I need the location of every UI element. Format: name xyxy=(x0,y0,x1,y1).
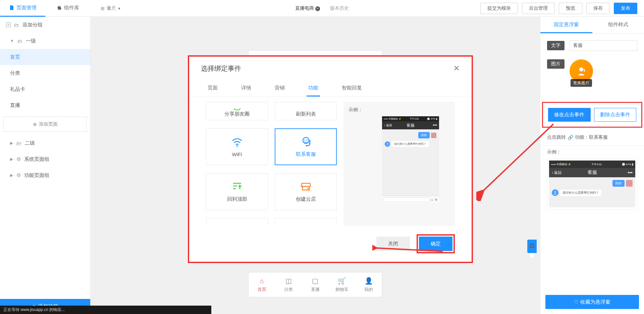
modal-tab-marketing[interactable]: 营销 xyxy=(273,80,286,97)
preview-button[interactable]: 预览 xyxy=(559,3,582,14)
headset-icon: 🎧 xyxy=(530,243,535,248)
confirm-highlight: 确定 xyxy=(417,234,455,253)
svg-point-0 xyxy=(579,67,583,71)
svg-point-1 xyxy=(554,191,556,193)
smile-icon xyxy=(234,108,240,110)
emoji-icon: ☺ xyxy=(430,198,434,201)
option-wifi[interactable]: WiFi xyxy=(206,128,268,165)
bind-event-modal: 选择绑定事件 ✕ 页面 详情 营销 功能 智能回复 分享朋友圈 刷新列表 WiF… xyxy=(188,55,473,263)
page-live[interactable]: 直播 xyxy=(0,97,90,113)
modal-tab-detail[interactable]: 详情 xyxy=(239,80,253,97)
tabbar-category[interactable]: ◫分类 xyxy=(275,272,302,297)
plus-icon: ⊕ xyxy=(435,198,437,201)
submit-module-button[interactable]: 提交为模块 xyxy=(480,3,518,14)
page-giftcard[interactable]: 礼品卡 xyxy=(0,81,90,97)
add-icon: ⊕ xyxy=(33,122,37,127)
tab-label: 组件库 xyxy=(64,5,79,11)
folder-label: 功能页面组 xyxy=(24,172,49,179)
sidebar: + 🗁 添加分组 ▼ 🗁 一级 首页 分类 礼品卡 直播 ⊕ 添加页面 ▶ 🗁 … xyxy=(0,17,91,314)
option-more[interactable] xyxy=(206,218,268,225)
tab-fixed-float[interactable]: 固定悬浮窗 xyxy=(540,17,592,33)
add-group-label: 添加分组 xyxy=(22,22,43,28)
option-back-top[interactable]: 回到顶部 xyxy=(206,173,268,210)
gear-icon: ⚙ xyxy=(16,156,21,162)
gear-icon: ⚙ xyxy=(16,172,21,178)
modal-tab-page[interactable]: 页面 xyxy=(206,80,219,97)
jump-target: 点击跳转 🔗 功能：联系客服 xyxy=(540,134,644,140)
save-button[interactable]: 保存 xyxy=(586,3,610,14)
folder-level1[interactable]: ▼ 🗁 一级 xyxy=(0,33,90,49)
heart-icon: ♡ xyxy=(574,299,578,305)
cart-icon: 🛒 xyxy=(338,277,346,285)
folder-icon: 🗁 xyxy=(16,140,21,146)
wifi-icon xyxy=(231,136,243,148)
tab-component-style[interactable]: 组件样式 xyxy=(592,17,644,33)
bookmark-icon: ◫ xyxy=(285,277,292,285)
caret-icon: ▶ xyxy=(10,141,13,145)
user-avatar xyxy=(626,180,633,187)
caret-icon: ▾ xyxy=(118,6,120,11)
add-group[interactable]: + 🗁 添加分组 xyxy=(0,17,90,33)
modal-tab-function[interactable]: 功能 xyxy=(307,80,320,97)
modal-confirm-btn[interactable]: 确定 xyxy=(419,237,452,251)
modify-click-event-button[interactable]: 修改点击事件 xyxy=(548,108,591,122)
modal-tab-smart-reply[interactable]: 智能回复 xyxy=(340,80,364,97)
folder-label: 一级 xyxy=(26,38,36,44)
preview-label: 示例： xyxy=(348,107,450,113)
caret-icon: ▼ xyxy=(10,39,14,43)
app-title: 直播电商 ✎ xyxy=(295,5,320,11)
option-contact-service[interactable]: 联系客服 xyxy=(275,128,337,165)
link-icon: 🔗 xyxy=(568,135,573,140)
tabbar-live[interactable]: ▢直播 xyxy=(302,272,329,297)
consult-service-side-button[interactable]: 🎧 咨询客服 xyxy=(527,240,537,253)
folder-sys-pages[interactable]: ▶ ⚙ 系统页面组 xyxy=(0,151,90,167)
tab-page-mgmt[interactable]: 页面管理 xyxy=(0,0,45,17)
service-avatar xyxy=(552,189,558,196)
modal-close-button[interactable]: ✕ xyxy=(453,64,460,73)
folder-label: 系统页面组 xyxy=(24,156,49,163)
phone-tabbar: ⌂首页 ◫分类 ▢直播 🛒购物车 👤我的 xyxy=(248,272,382,297)
text-label: 文字 xyxy=(547,41,565,50)
option-share[interactable]: 分享朋友圈 xyxy=(206,102,268,120)
folder-func-pages[interactable]: ▶ ⚙ 功能页面组 xyxy=(0,167,90,183)
publish-button[interactable]: 发布 xyxy=(614,3,637,14)
option-more[interactable] xyxy=(275,218,337,225)
add-page-label: 添加页面 xyxy=(39,121,58,127)
collect-float-button[interactable]: ♡ 收藏为悬浮窗 xyxy=(545,295,639,309)
ruler-icon: ⊞ xyxy=(101,6,105,11)
tab-label: 页面管理 xyxy=(16,5,37,11)
page-icon xyxy=(9,5,14,10)
option-refresh[interactable]: 刷新列表 xyxy=(275,102,337,120)
preview-pane: 示例： ••••• 中国移动 ⚡ 下午3:01 ⚪ 47% ▮ ‹ 返回 客服 … xyxy=(343,102,455,226)
caret-icon: ▶ xyxy=(10,157,13,162)
version-history[interactable]: 版本历史 xyxy=(330,5,349,11)
service-avatar xyxy=(385,141,390,147)
ruler-button[interactable]: ⊞ 量尺 ▾ xyxy=(101,5,120,11)
modal-title: 选择绑定事件 xyxy=(201,64,241,73)
example-label: 示例： xyxy=(540,149,644,155)
option-create-cloud-store[interactable]: 创建云店 xyxy=(275,173,337,210)
tabbar-me[interactable]: 👤我的 xyxy=(355,272,382,297)
service-icon xyxy=(576,66,586,76)
home-icon: ⌂ xyxy=(260,277,264,285)
properties-panel: 固定悬浮窗 组件样式 文字 图片 模板咨询 更换图片 修改点击事件 删除点击事件… xyxy=(540,17,644,314)
svg-point-5 xyxy=(306,140,307,141)
page-category[interactable]: 分类 xyxy=(0,65,90,81)
folder-level2[interactable]: ▶ 🗁 二级 xyxy=(0,135,90,151)
chat-input xyxy=(384,197,429,202)
user-icon: 👤 xyxy=(365,277,373,285)
user-avatar xyxy=(431,133,436,138)
top-icon xyxy=(231,181,243,193)
delete-click-event-button[interactable]: 删除点击事件 xyxy=(594,108,637,122)
example-preview: ••••• 中国移动 ⚡ 下午3:01 ⚪ 47% ▮ ‹ 返回 客服 ••• … xyxy=(547,159,637,209)
tab-component-lib[interactable]: 组件库 xyxy=(45,0,91,17)
replace-image-button[interactable]: 更换图片 xyxy=(571,79,592,87)
modal-close-btn[interactable]: 关闭 xyxy=(376,237,410,251)
tabbar-home[interactable]: ⌂首页 xyxy=(249,272,275,297)
function-options: 分享朋友圈 刷新列表 WiFi 联系客服 回到顶部 创建云店 xyxy=(206,102,337,226)
add-page-button[interactable]: ⊕ 添加页面 xyxy=(3,117,87,132)
backend-button[interactable]: 后台管理 xyxy=(522,3,555,14)
page-home[interactable]: 首页 xyxy=(0,49,90,65)
text-input[interactable] xyxy=(570,40,637,51)
tabbar-cart[interactable]: 🛒购物车 xyxy=(329,272,356,297)
